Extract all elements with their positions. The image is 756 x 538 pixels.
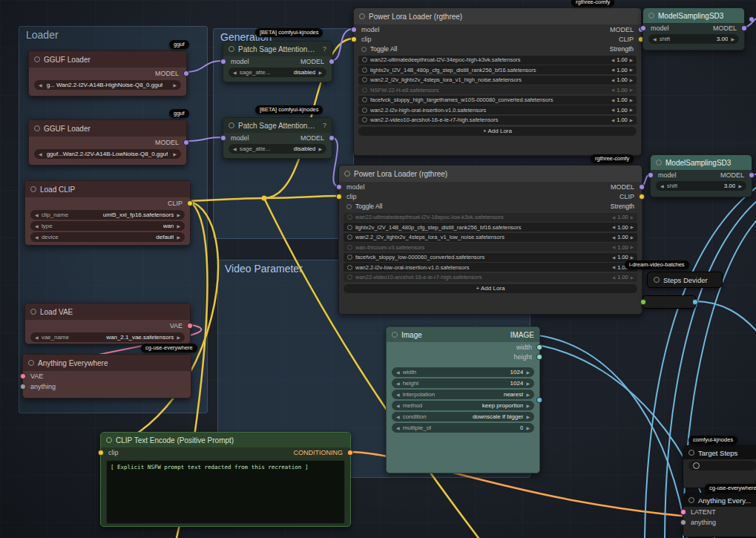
increase-arrow[interactable]: ▶ xyxy=(526,425,530,430)
lora-strength-control[interactable]: ◀1.00▶ xyxy=(611,96,633,103)
collapse-dot-icon[interactable] xyxy=(34,125,40,131)
lora-strength-control[interactable]: ◀1.00▶ xyxy=(612,214,634,220)
node-title-bar[interactable]: Power Lora Loader (rgthree) xyxy=(339,165,642,182)
strength-increase-arrow[interactable]: ▶ xyxy=(631,275,634,280)
clip-input-port[interactable] xyxy=(336,194,342,200)
sage-attention-combo[interactable]: ◀ sage_atte... disabled ▶ xyxy=(229,68,326,77)
decrease-arrow[interactable]: ◀ xyxy=(653,36,657,42)
decrease-arrow[interactable]: ◀ xyxy=(660,183,664,188)
anything-input-port[interactable] xyxy=(680,519,686,525)
node-patch-sage-attention-1[interactable]: Patch Sage Attention ... ? model MODEL ◀… xyxy=(223,41,332,82)
strength-increase-arrow[interactable]: ▶ xyxy=(631,235,634,240)
clip-output-port[interactable] xyxy=(187,200,193,206)
lora-toggle[interactable] xyxy=(347,245,352,250)
combo-left-arrow[interactable]: ◀ xyxy=(233,146,237,151)
combo-left-arrow[interactable]: ◀ xyxy=(35,223,39,229)
device-combo[interactable]: ◀ device default ▶ xyxy=(30,232,185,242)
strength-decrease-arrow[interactable]: ◀ xyxy=(612,255,615,260)
strength-decrease-arrow[interactable]: ◀ xyxy=(612,275,615,280)
model-output-port[interactable] xyxy=(639,184,645,190)
lora-toggle[interactable] xyxy=(347,255,352,260)
add-lora-button[interactable]: + Add Lora xyxy=(358,127,637,136)
lora-strength-control[interactable]: ◀1.00▶ xyxy=(612,274,634,281)
node-power-lora-loader-2[interactable]: Power Lora Loader (rgthree) model MODEL … xyxy=(338,165,642,315)
strength-decrease-arrow[interactable]: ◀ xyxy=(612,225,615,229)
strength-decrease-arrow[interactable]: ◀ xyxy=(612,245,615,249)
toggle-all-row[interactable]: Toggle All Strength xyxy=(339,201,642,211)
lora-toggle[interactable] xyxy=(362,88,367,93)
lora-strength-control[interactable]: ◀1.00▶ xyxy=(612,244,634,251)
node-graph-canvas[interactable]: Loader Generation Video Parameter xyxy=(0,0,756,538)
decrease-arrow[interactable]: ◀ xyxy=(396,370,400,375)
strength-decrease-arrow[interactable]: ◀ xyxy=(611,88,614,92)
model-output-port[interactable] xyxy=(183,140,189,145)
collapse-dot-icon[interactable] xyxy=(344,171,350,177)
node-title-bar[interactable]: Load CLIP xyxy=(25,181,190,197)
node-title-bar[interactable]: Anything Everywhere xyxy=(23,355,191,371)
lora-strength-control[interactable]: ◀1.00▶ xyxy=(611,107,633,114)
collapse-dot-icon[interactable] xyxy=(106,437,112,443)
clip-input-port[interactable] xyxy=(351,36,357,42)
lora-row[interactable]: wan2.2-i2v-low-oral-insertion-v1.0.safet… xyxy=(344,263,637,272)
unet-name-combo[interactable]: ◀ g... Wan2.2-I2V-A14B-HighNoise-Q8_0.gg… xyxy=(34,80,181,90)
anything-input-port[interactable] xyxy=(20,384,26,390)
lora-toggle[interactable] xyxy=(347,234,352,240)
node-title-bar[interactable]: Patch Sage Attention ... ? xyxy=(223,118,332,133)
multiple-of-number-widget[interactable]: ◀multiple_of0▶ xyxy=(392,423,534,433)
collapse-dot-icon[interactable] xyxy=(30,309,36,315)
lora-row[interactable]: wan22-video10-arcshot-16-e-le-r7-high.sa… xyxy=(344,273,637,282)
lora-toggle[interactable] xyxy=(362,108,367,113)
blue-output-port[interactable] xyxy=(692,299,698,305)
model-output-port[interactable] xyxy=(329,135,335,141)
strength-increase-arrow[interactable]: ▶ xyxy=(630,108,633,112)
node-title-bar[interactable]: Patch Sage Attention ... ? xyxy=(223,42,332,56)
combo-left-arrow[interactable]: ◀ xyxy=(35,212,39,217)
node-load-clip[interactable]: Load CLIP CLIP ◀ clip_name umt5_xxl_fp16… xyxy=(24,180,191,246)
lora-row[interactable]: lightx2v_I2V_14B_480p_cfg_step_distill_r… xyxy=(344,223,637,232)
node-title-bar[interactable]: Target Steps xyxy=(683,446,756,459)
lora-row[interactable]: wan-thiccum-v3.safetensors◀1.00▶ xyxy=(344,243,637,252)
combo-left-arrow[interactable]: ◀ xyxy=(39,151,42,157)
lora-toggle[interactable] xyxy=(347,214,352,220)
increase-arrow[interactable]: ▶ xyxy=(731,36,734,42)
vae-name-combo[interactable]: ◀ vae_name wan_2.1_vae.safetensors ▶ xyxy=(30,332,185,342)
target-steps-widget[interactable] xyxy=(688,461,756,470)
lora-row[interactable]: lightx2v_I2V_14B_480p_cfg_step_distill_r… xyxy=(358,65,637,74)
conditioning-output-port[interactable] xyxy=(347,450,353,456)
toggle-all-icon[interactable] xyxy=(361,47,367,52)
height-output-port[interactable] xyxy=(536,354,542,360)
combo-left-arrow[interactable]: ◀ xyxy=(233,70,237,75)
strength-increase-arrow[interactable]: ▶ xyxy=(630,68,633,72)
lora-toggle[interactable] xyxy=(362,117,367,122)
prompt-text-area[interactable]: [ Explicit NSFW prompt text redacted fro… xyxy=(106,460,345,524)
model-output-port[interactable] xyxy=(749,172,755,178)
model-output-port[interactable] xyxy=(329,59,335,65)
lora-toggle[interactable] xyxy=(362,77,367,82)
lora-toggle[interactable] xyxy=(347,265,352,270)
node-patch-sage-attention-2[interactable]: Patch Sage Attention ... ? model MODEL ◀… xyxy=(223,117,332,159)
strength-increase-arrow[interactable]: ▶ xyxy=(631,225,634,229)
collapse-dot-icon[interactable] xyxy=(229,46,234,52)
collapse-dot-icon[interactable] xyxy=(656,160,662,165)
lora-row[interactable]: wan22-ultimatedeepthroat-I2V-34epoc-high… xyxy=(358,56,637,65)
shift-number-widget[interactable]: ◀ shift 3.00 ▶ xyxy=(648,34,739,44)
interpolation-combo[interactable]: ◀interpolationnearest▶ xyxy=(392,390,534,399)
radio-icon[interactable] xyxy=(693,462,700,469)
collapse-dot-icon[interactable] xyxy=(229,122,234,128)
combo-left-arrow[interactable]: ◀ xyxy=(35,335,39,340)
combo-left-arrow[interactable]: ◀ xyxy=(35,234,39,240)
strength-increase-arrow[interactable]: ▶ xyxy=(631,215,634,220)
lora-row[interactable]: wan2.2-i2v-high-oral-insertion-v1.0.safe… xyxy=(358,105,637,114)
combo-right-arrow[interactable]: ▶ xyxy=(177,335,180,340)
unet-name-combo[interactable]: ◀ gguf...Wan2.2-I2V-A14B-LowNoise-Q8_0.g… xyxy=(34,149,181,159)
height-number-widget[interactable]: ◀height1024▶ xyxy=(392,378,534,388)
lora-strength-control[interactable]: ◀1.00▶ xyxy=(611,87,633,94)
lora-strength-control[interactable]: ◀1.00▶ xyxy=(612,254,634,260)
lora-row[interactable]: wan2.2-video10-arcshot-16-e-le-r7-high.s… xyxy=(358,116,637,125)
strength-increase-arrow[interactable]: ▶ xyxy=(631,245,634,249)
lora-row[interactable]: wan2.2_i2v_lightx2v_4steps_lora_v1_high_… xyxy=(358,76,637,85)
lora-toggle[interactable] xyxy=(362,57,367,62)
strength-decrease-arrow[interactable]: ◀ xyxy=(611,58,614,62)
increase-arrow[interactable]: ▶ xyxy=(738,183,742,188)
sage-attention-combo[interactable]: ◀ sage_atte... disabled ▶ xyxy=(229,144,326,154)
